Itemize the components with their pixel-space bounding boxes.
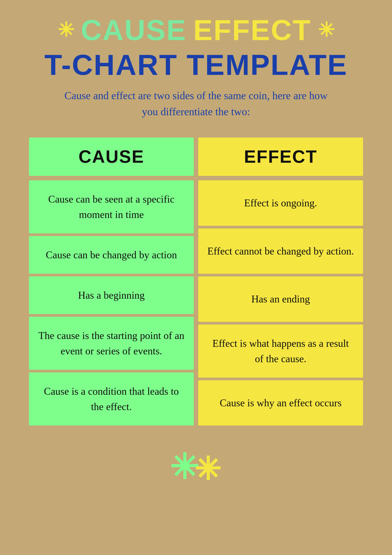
effect-row-4: Effect is what happens as a result of th… [198, 325, 363, 378]
bottom-decoration [167, 443, 225, 488]
effect-text-1: Effect is ongoing. [244, 195, 317, 211]
effect-column: Effect is ongoing. Effect cannot be chan… [198, 180, 363, 425]
tchart-header: CAUSE EFFECT [29, 138, 363, 176]
effect-row-1: Effect is ongoing. [198, 180, 363, 226]
effect-row-5: Cause is why an effect occurs [198, 380, 363, 426]
title-effect: EFFECT [193, 13, 311, 47]
effect-row-3: Has an ending [198, 276, 363, 322]
cause-text-5: Cause is a condition that leads to the e… [38, 384, 185, 414]
title-line2: T-CHART TEMPLATE [18, 49, 374, 81]
cause-row-1: Cause can be seen at a specific moment i… [29, 180, 194, 233]
cause-text-1: Cause can be seen at a specific moment i… [38, 191, 185, 222]
effect-text-4: Effect is what happens as a result of th… [207, 336, 354, 366]
cause-text-4: The cause is the starting point of an ev… [38, 328, 185, 359]
tchart-body: Cause can be seen at a specific moment i… [29, 180, 363, 425]
effect-column-header: EFFECT [198, 138, 363, 176]
title-cause: CAUSE [81, 13, 187, 47]
cause-text-3: Has a beginning [78, 287, 145, 303]
star-left-yellow-icon: ✳ [57, 20, 74, 40]
cause-row-4: The cause is the starting point of an ev… [29, 317, 194, 370]
effect-row-2: Effect cannot be changed by action. [198, 228, 363, 274]
cause-row-2: Cause can be changed by action [29, 236, 194, 274]
title-line1: ✳ CAUSE EFFECT ✳ [18, 13, 374, 47]
bottom-stars-decoration-icon [167, 443, 225, 488]
tchart: CAUSE EFFECT Cause can be seen at a spec… [29, 138, 363, 425]
cause-column: Cause can be seen at a specific moment i… [29, 180, 194, 425]
effect-text-3: Has an ending [251, 291, 310, 307]
header-section: ✳ CAUSE EFFECT ✳ T-CHART TEMPLATE Cause … [18, 13, 374, 120]
cause-text-2: Cause can be changed by action [46, 247, 177, 263]
cause-header-label: CAUSE [78, 147, 144, 167]
cause-column-header: CAUSE [29, 138, 194, 176]
effect-text-5: Cause is why an effect occurs [220, 395, 342, 410]
effect-text-2: Effect cannot be changed by action. [207, 243, 354, 259]
cause-row-3: Has a beginning [29, 276, 194, 314]
subtitle-text: Cause and effect are two sides of the sa… [62, 88, 330, 120]
effect-header-label: EFFECT [244, 147, 317, 167]
star-right-yellow-icon: ✳ [318, 20, 335, 40]
cause-row-5: Cause is a condition that leads to the e… [29, 372, 194, 425]
